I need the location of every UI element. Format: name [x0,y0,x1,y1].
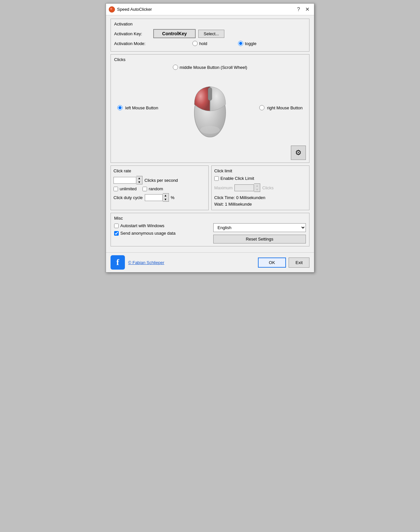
activation-section: Activation Activation Key: ControlKey Se… [111,19,309,52]
click-rate-spinbox: 999.00 ▲ ▼ [113,176,142,184]
reset-settings-button[interactable]: Reset Settings [213,235,306,243]
middle-mouse-radio-item[interactable]: middle Mouse Button (Scroll Wheel) [173,65,247,70]
help-button[interactable]: ? [295,6,302,13]
anonymous-label: Send anonymous usage data [120,231,175,236]
unlimited-label: unlimited [120,186,137,191]
hold-radio[interactable] [192,41,198,46]
right-mouse-label: right Mouse Button [267,105,303,110]
random-label: random [149,186,163,191]
duty-cycle-spinbox-btns: ▲ ▼ [163,193,169,202]
click-rate-title: Click rate [113,168,206,173]
close-button[interactable]: ✕ [303,6,311,13]
misc-section: Misc Autostart with Windows Send anonymo… [111,213,309,246]
enable-limit-row: Enable Click Limit [214,176,307,181]
click-rate-unit: Clicks per second [144,178,178,183]
left-mouse-radio-item[interactable]: left Mouse Button [117,105,158,110]
activation-key-button[interactable]: ControlKey [153,29,196,38]
right-mouse-radio[interactable] [259,105,264,110]
left-mouse-radio[interactable] [117,105,123,110]
fb-letter: f [116,258,119,267]
anonymous-checkbox[interactable] [114,231,119,236]
enable-limit-label: Enable Click Limit [220,176,254,181]
title-bar: Speed AutoClicker ? ✕ [106,4,314,15]
window-title: Speed AutoClicker [117,7,295,12]
autostart-label: Autostart with Windows [120,223,164,228]
duty-cycle-row: Click duty cycle 50.00 ▲ ▼ % [113,193,206,202]
gear-button[interactable]: ⚙ [291,146,306,160]
click-rate-panel: Click rate 999.00 ▲ ▼ Clicks per second [111,165,209,210]
unlimited-checkbox[interactable] [113,187,118,191]
toggle-radio-label: toggle [245,41,256,46]
maximum-down-btn[interactable]: ▼ [254,188,260,192]
activation-mode-radio-group: hold toggle [192,41,277,46]
activation-key-label: Activation Key: [114,31,153,36]
main-window: Speed AutoClicker ? ✕ Activation Activat… [106,3,314,273]
misc-right: English Deutsch Español Français Reset S… [213,223,306,243]
misc-inner: Autostart with Windows Send anonymous us… [114,223,306,243]
click-limit-title: Click limit [214,168,307,173]
misc-section-label: Misc [114,216,306,221]
svg-point-5 [200,126,220,134]
footer-buttons: OK Exit [258,258,309,268]
middle-mouse-row: middle Mouse Button (Scroll Wheel) [114,65,306,70]
select-key-button[interactable]: Select... [198,30,224,38]
maximum-spinbox: 1000 ▲ ▼ [234,183,260,192]
unlimited-checkbox-item[interactable]: unlimited [113,186,137,191]
anonymous-checkbox-item[interactable]: Send anonymous usage data [114,231,207,236]
left-mouse-label: left Mouse Button [125,105,158,110]
click-time-text: Click Time: 0 Millisekunden Wait: 1 Mill… [214,195,307,207]
app-icon [109,6,115,13]
copyright-link[interactable]: © Fabian Schlieper [128,260,164,265]
hold-radio-label: hold [199,41,207,46]
clicks-section: Clicks middle Mouse Button (Scroll Wheel… [111,54,309,163]
click-limit-panel: Click limit Enable Click Limit Maximum 1… [211,165,309,210]
click-rate-spinbox-btns: ▲ ▼ [136,176,142,184]
toggle-radio[interactable] [238,41,243,46]
right-mouse-radio-item[interactable]: right Mouse Button [259,105,303,110]
gear-area: ⚙ [114,146,306,160]
maximum-input[interactable]: 1000 [234,184,254,191]
gear-icon: ⚙ [295,149,302,157]
click-rate-input-row: 999.00 ▲ ▼ Clicks per second [113,176,206,184]
mouse-illustration [189,75,231,141]
click-rate-down-btn[interactable]: ▼ [136,180,142,184]
bottom-panels: Click rate 999.00 ▲ ▼ Clicks per second [111,165,309,210]
click-rate-input[interactable]: 999.00 [113,177,136,184]
random-checkbox-item[interactable]: random [142,186,163,191]
hold-radio-item[interactable]: hold [192,41,232,46]
activation-section-label: Activation [114,22,306,26]
click-time-line1: Click Time: 0 Millisekunden [214,195,307,201]
facebook-icon[interactable]: f [111,255,125,270]
autostart-checkbox[interactable] [114,224,119,228]
autostart-checkbox-item[interactable]: Autostart with Windows [114,223,207,228]
enable-limit-checkbox[interactable] [214,176,219,181]
svg-point-1 [110,8,112,10]
enable-limit-checkbox-item[interactable]: Enable Click Limit [214,176,254,181]
duty-cycle-unit: % [171,195,175,200]
footer: f © Fabian Schlieper OK Exit [106,252,314,272]
duty-cycle-label: Click duty cycle [113,195,143,200]
maximum-row: Maximum 1000 ▲ ▼ Clicks [214,183,307,192]
language-select[interactable]: English Deutsch Español Français [213,223,306,232]
click-time-line2: Wait: 1 Millisekunde [214,201,307,208]
maximum-up-btn[interactable]: ▲ [254,184,260,188]
activation-key-row: Activation Key: ControlKey Select... [114,29,306,38]
misc-left: Autostart with Windows Send anonymous us… [114,223,207,236]
click-rate-up-btn[interactable]: ▲ [136,176,142,180]
content-area: Activation Activation Key: ControlKey Se… [106,15,314,252]
duty-cycle-up-btn[interactable]: ▲ [163,194,169,197]
duty-cycle-input[interactable]: 50.00 [145,194,163,201]
clicks-unit-label: Clicks [262,185,274,190]
click-rate-checkboxes: unlimited random [113,186,206,191]
ok-button[interactable]: OK [258,258,286,268]
middle-mouse-label: middle Mouse Button (Scroll Wheel) [180,65,247,70]
toggle-radio-item[interactable]: toggle [238,41,277,46]
exit-button[interactable]: Exit [289,258,309,268]
maximum-label: Maximum [214,185,232,190]
duty-cycle-down-btn[interactable]: ▼ [163,197,169,201]
middle-mouse-radio[interactable] [173,65,178,70]
clicks-section-label: Clicks [114,57,306,62]
random-checkbox[interactable] [142,187,147,191]
activation-mode-row: Activation Mode: hold toggle [114,41,306,46]
activation-mode-label: Activation Mode: [114,41,153,46]
